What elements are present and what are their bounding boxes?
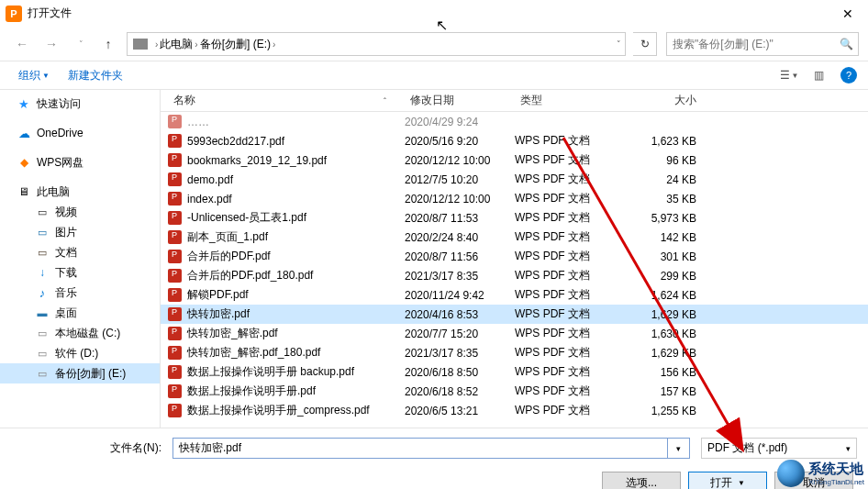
col-type[interactable]: 类型 (515, 93, 623, 108)
breadcrumb-drive[interactable]: 备份[勿删] (E:) (200, 37, 271, 52)
search-icon[interactable]: 🔍 (834, 38, 858, 50)
file-row[interactable]: …… 2020/4/29 9:24 (161, 112, 868, 131)
breadcrumb[interactable]: › 此电脑 › 备份[勿删] (E:) › ˅ (127, 32, 626, 56)
sidebar-desktop[interactable]: 桌面 (0, 303, 160, 323)
file-date: 2020/6/18 8:52 (405, 385, 515, 398)
col-date[interactable]: 修改日期 (405, 93, 515, 108)
sidebar: 快速访问 OneDrive WPS网盘 此电脑 视频 图片 文档 下载 音乐 桌… (0, 90, 161, 428)
file-name: index.pdf (187, 193, 232, 206)
pdf-icon (168, 134, 182, 148)
file-row[interactable]: -Unlicensed-员工表1.pdf2020/8/7 11:53WPS PD… (161, 208, 868, 228)
file-size: 1,629 KB (623, 347, 715, 360)
file-date: 2020/12/12 10:00 (405, 193, 515, 206)
file-date: 2020/12/12 10:00 (405, 154, 515, 167)
preview-pane-button[interactable]: ▥ (806, 64, 831, 86)
list-header: 名称ˆ 修改日期 类型 大小 (161, 90, 868, 112)
view-button[interactable]: ☰▼ (776, 64, 802, 86)
download-icon (35, 266, 50, 279)
file-row[interactable]: 副本_页面_1.pdf2020/2/24 8:40WPS PDF 文档142 K… (161, 228, 868, 247)
file-date: 2012/7/5 10:20 (405, 173, 515, 186)
file-type: WPS PDF 文档 (515, 345, 623, 361)
file-size: 1,630 KB (623, 328, 715, 340)
sidebar-documents[interactable]: 文档 (0, 242, 160, 262)
watermark: 系统天地 XiTongTianDi.net (777, 460, 864, 487)
drive-icon (35, 327, 50, 339)
sidebar-videos[interactable]: 视频 (0, 202, 160, 222)
pdf-icon (168, 230, 182, 244)
newfolder-button[interactable]: 新建文件夹 (61, 64, 130, 87)
close-button[interactable]: ✕ (828, 0, 868, 28)
pdf-icon (168, 269, 182, 283)
col-name[interactable]: 名称ˆ (168, 93, 405, 108)
pdf-icon (168, 115, 182, 128)
file-row[interactable]: 数据上报操作说明手册.pdf2020/6/18 8:52WPS PDF 文档15… (161, 382, 868, 401)
globe-icon (777, 460, 805, 487)
pdf-icon (168, 153, 182, 167)
sidebar-drive-d[interactable]: 软件 (D:) (0, 343, 160, 363)
history-dropdown[interactable]: ˅ (68, 31, 94, 57)
file-date: 2020/7/7 15:20 (405, 328, 515, 340)
sidebar-drive-c[interactable]: 本地磁盘 (C:) (0, 323, 160, 343)
file-list: …… 2020/4/29 9:24 5993ecb2dd217.pdf2020/… (161, 112, 868, 428)
sidebar-quick-access[interactable]: 快速访问 (0, 94, 160, 114)
filename-dropdown[interactable]: ▾ (668, 438, 690, 459)
refresh-button[interactable]: ↻ (633, 32, 657, 56)
filename-label: 文件名(N): (11, 440, 167, 456)
up-button[interactable]: ↑ (97, 33, 119, 55)
help-button[interactable]: ? (840, 67, 857, 83)
file-row[interactable]: 快转加密_解密.pdf2020/7/7 15:20WPS PDF 文档1,630… (161, 324, 868, 343)
file-row[interactable]: demo.pdf2012/7/5 10:20WPS PDF 文档24 KB (161, 170, 868, 189)
file-name: 5993ecb2dd217.pdf (187, 135, 284, 148)
file-size: 96 KB (623, 154, 715, 167)
filetype-filter[interactable]: PDF 文档 (*.pdf)▾ (701, 438, 857, 459)
file-name: 数据上报操作说明手册.pdf (187, 383, 316, 399)
sidebar-downloads[interactable]: 下载 (0, 262, 160, 283)
back-button[interactable]: ← (9, 31, 35, 57)
file-date: 2020/6/5 13:21 (405, 405, 515, 417)
app-icon: P (6, 6, 22, 22)
file-row[interactable]: 合并后的PDF.pdf2020/8/7 11:56WPS PDF 文档301 K… (161, 247, 868, 266)
file-type: WPS PDF 文档 (515, 287, 623, 303)
file-name: 快转加密.pdf (187, 306, 250, 322)
file-row[interactable]: 数据上报操作说明手册_compress.pdf2020/6/5 13:21WPS… (161, 401, 868, 420)
file-row[interactable]: 快转加密.pdf2020/4/16 8:53WPS PDF 文档1,629 KB (161, 305, 868, 324)
forward-button[interactable]: → (39, 31, 64, 57)
open-button[interactable]: 打开▼ (688, 472, 767, 489)
dialog-title: 打开文件 (28, 6, 828, 21)
file-date: 2020/5/16 9:20 (405, 135, 515, 148)
file-row[interactable]: 合并后的PDF.pdf_180.pdf2021/3/17 8:35WPS PDF… (161, 266, 868, 285)
breadcrumb-dropdown[interactable]: ˅ (617, 39, 621, 49)
file-name: 合并后的PDF.pdf (187, 249, 271, 264)
file-row[interactable]: 数据上报操作说明手册 backup.pdf2020/6/18 8:50WPS P… (161, 362, 868, 382)
search-input[interactable] (667, 38, 834, 50)
file-row[interactable]: index.pdf2020/12/12 10:00WPS PDF 文档35 KB (161, 189, 868, 208)
file-type: WPS PDF 文档 (515, 364, 623, 380)
drive-icon (35, 347, 50, 360)
breadcrumb-pc[interactable]: 此电脑 (160, 37, 193, 52)
options-button[interactable]: 选项... (602, 472, 681, 489)
file-row[interactable]: 5993ecb2dd217.pdf2020/5/16 9:20WPS PDF 文… (161, 131, 868, 150)
file-name: 合并后的PDF.pdf_180.pdf (187, 268, 313, 283)
pc-icon (17, 185, 31, 198)
file-row[interactable]: bookmarks_2019_12_19.pdf2020/12/12 10:00… (161, 150, 868, 170)
sidebar-drive-e[interactable]: 备份[勿删] (E:) (0, 363, 160, 383)
file-row[interactable]: 快转加密_解密.pdf_180.pdf2021/3/17 8:35WPS PDF… (161, 343, 868, 362)
file-name: 副本_页面_1.pdf (187, 229, 268, 245)
sidebar-onedrive[interactable]: OneDrive (0, 123, 160, 143)
music-icon (35, 286, 50, 299)
file-row[interactable]: 解锁PDF.pdf2020/11/24 9:42WPS PDF 文档1,624 … (161, 285, 868, 305)
file-date: 2021/3/17 8:35 (405, 347, 515, 360)
file-name: 解锁PDF.pdf (187, 287, 249, 303)
file-size: 299 KB (623, 270, 715, 283)
file-type: WPS PDF 文档 (515, 249, 623, 264)
sidebar-music[interactable]: 音乐 (0, 283, 160, 303)
search-box[interactable]: 🔍 (666, 32, 859, 56)
file-size: 35 KB (623, 193, 715, 206)
col-size[interactable]: 大小 (623, 93, 715, 108)
pdf-icon (168, 211, 182, 225)
sidebar-wps[interactable]: WPS网盘 (0, 152, 160, 172)
filename-input[interactable]: 快转加密.pdf (172, 438, 668, 459)
sidebar-pictures[interactable]: 图片 (0, 222, 160, 242)
organize-button[interactable]: 组织▼ (11, 64, 57, 87)
sidebar-this-pc[interactable]: 此电脑 (0, 182, 160, 202)
